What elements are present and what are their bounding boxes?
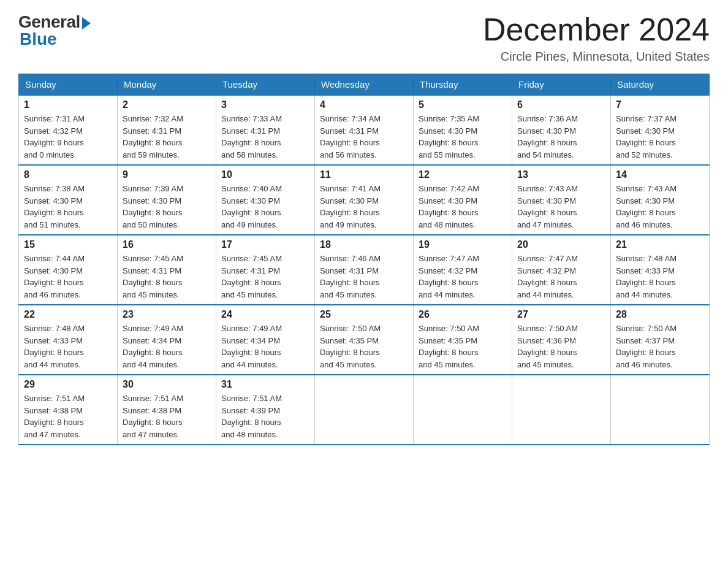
day-info: Sunrise: 7:50 AMSunset: 4:35 PMDaylight:… [320,323,408,370]
calendar-cell: 23Sunrise: 7:49 AMSunset: 4:34 PMDayligh… [118,305,216,375]
day-info: Sunrise: 7:40 AMSunset: 4:30 PMDaylight:… [221,183,309,231]
day-info: Sunrise: 7:33 AMSunset: 4:31 PMDaylight:… [221,113,309,161]
day-number: 19 [419,239,507,250]
day-number: 10 [221,169,309,180]
day-info: Sunrise: 7:51 AMSunset: 4:38 PMDaylight:… [24,393,112,440]
day-number: 16 [123,239,211,250]
day-number: 9 [123,169,211,180]
day-number: 1 [24,99,112,110]
day-number: 14 [616,169,704,180]
day-info: Sunrise: 7:46 AMSunset: 4:31 PMDaylight:… [320,253,408,301]
logo-arrow-icon [82,17,91,29]
day-info: Sunrise: 7:45 AMSunset: 4:31 PMDaylight:… [123,253,211,301]
day-info: Sunrise: 7:39 AMSunset: 4:30 PMDaylight:… [123,183,211,231]
calendar-cell: 14Sunrise: 7:43 AMSunset: 4:30 PMDayligh… [611,165,710,235]
calendar-cell: 28Sunrise: 7:50 AMSunset: 4:37 PMDayligh… [611,305,710,375]
calendar-cell [611,375,710,445]
calendar-cell: 25Sunrise: 7:50 AMSunset: 4:35 PMDayligh… [315,305,414,375]
calendar-week-row: 22Sunrise: 7:48 AMSunset: 4:33 PMDayligh… [19,305,710,375]
calendar-week-row: 8Sunrise: 7:38 AMSunset: 4:30 PMDaylight… [19,165,710,235]
calendar-day-header: Wednesday [315,74,414,96]
calendar-cell: 13Sunrise: 7:43 AMSunset: 4:30 PMDayligh… [512,165,611,235]
logo-blue-text: Blue [20,29,57,49]
day-number: 11 [320,169,408,180]
day-info: Sunrise: 7:35 AMSunset: 4:30 PMDaylight:… [419,113,507,161]
day-number: 15 [24,239,112,250]
calendar-day-header: Sunday [19,74,118,96]
day-number: 29 [24,379,112,390]
calendar-day-header: Thursday [414,74,512,96]
title-block: December 2024 Circle Pines, Minnesota, U… [483,12,710,64]
day-number: 22 [24,309,112,320]
logo: General Blue [18,12,91,49]
day-number: 7 [616,99,704,110]
day-number: 28 [616,309,704,320]
day-number: 12 [419,169,507,180]
calendar-cell: 26Sunrise: 7:50 AMSunset: 4:35 PMDayligh… [414,305,512,375]
day-info: Sunrise: 7:48 AMSunset: 4:33 PMDaylight:… [616,253,704,301]
calendar-cell: 3Sunrise: 7:33 AMSunset: 4:31 PMDaylight… [216,95,315,165]
day-number: 6 [517,99,605,110]
day-info: Sunrise: 7:49 AMSunset: 4:34 PMDaylight:… [221,323,309,370]
calendar-cell: 2Sunrise: 7:32 AMSunset: 4:31 PMDaylight… [118,95,216,165]
day-info: Sunrise: 7:49 AMSunset: 4:34 PMDaylight:… [123,323,211,370]
day-info: Sunrise: 7:41 AMSunset: 4:30 PMDaylight:… [320,183,408,231]
calendar-cell: 16Sunrise: 7:45 AMSunset: 4:31 PMDayligh… [118,235,216,305]
calendar-cell: 15Sunrise: 7:44 AMSunset: 4:30 PMDayligh… [19,235,118,305]
day-number: 21 [616,239,704,250]
calendar-cell: 8Sunrise: 7:38 AMSunset: 4:30 PMDaylight… [19,165,118,235]
day-number: 17 [221,239,309,250]
day-number: 27 [517,309,605,320]
day-number: 4 [320,99,408,110]
day-info: Sunrise: 7:36 AMSunset: 4:30 PMDaylight:… [517,113,605,161]
day-number: 8 [24,169,112,180]
day-number: 26 [419,309,507,320]
calendar-cell: 18Sunrise: 7:46 AMSunset: 4:31 PMDayligh… [315,235,414,305]
calendar-cell: 17Sunrise: 7:45 AMSunset: 4:31 PMDayligh… [216,235,315,305]
day-number: 23 [123,309,211,320]
calendar-cell: 27Sunrise: 7:50 AMSunset: 4:36 PMDayligh… [512,305,611,375]
day-info: Sunrise: 7:51 AMSunset: 4:39 PMDaylight:… [221,393,309,440]
day-info: Sunrise: 7:32 AMSunset: 4:31 PMDaylight:… [123,113,211,161]
calendar-header-row: SundayMondayTuesdayWednesdayThursdayFrid… [19,74,710,96]
calendar-cell: 21Sunrise: 7:48 AMSunset: 4:33 PMDayligh… [611,235,710,305]
calendar-cell: 12Sunrise: 7:42 AMSunset: 4:30 PMDayligh… [414,165,512,235]
calendar-cell: 5Sunrise: 7:35 AMSunset: 4:30 PMDaylight… [414,95,512,165]
calendar-cell: 30Sunrise: 7:51 AMSunset: 4:38 PMDayligh… [118,375,216,445]
day-info: Sunrise: 7:31 AMSunset: 4:32 PMDaylight:… [24,113,112,161]
day-info: Sunrise: 7:44 AMSunset: 4:30 PMDaylight:… [24,253,112,301]
calendar-cell: 7Sunrise: 7:37 AMSunset: 4:30 PMDaylight… [611,95,710,165]
day-number: 24 [221,309,309,320]
calendar-cell: 31Sunrise: 7:51 AMSunset: 4:39 PMDayligh… [216,375,315,445]
day-number: 13 [517,169,605,180]
calendar-cell: 22Sunrise: 7:48 AMSunset: 4:33 PMDayligh… [19,305,118,375]
calendar-cell [315,375,414,445]
calendar-table: SundayMondayTuesdayWednesdayThursdayFrid… [18,74,710,445]
day-info: Sunrise: 7:43 AMSunset: 4:30 PMDaylight:… [517,183,605,231]
day-number: 5 [419,99,507,110]
calendar-cell: 19Sunrise: 7:47 AMSunset: 4:32 PMDayligh… [414,235,512,305]
day-info: Sunrise: 7:37 AMSunset: 4:30 PMDaylight:… [616,113,704,161]
day-info: Sunrise: 7:45 AMSunset: 4:31 PMDaylight:… [221,253,309,301]
calendar-cell: 20Sunrise: 7:47 AMSunset: 4:32 PMDayligh… [512,235,611,305]
page-header: General Blue December 2024 Circle Pines,… [18,12,710,64]
day-info: Sunrise: 7:50 AMSunset: 4:37 PMDaylight:… [616,323,704,370]
day-number: 31 [221,379,309,390]
calendar-day-header: Friday [512,74,611,96]
calendar-cell [414,375,512,445]
calendar-day-header: Saturday [611,74,710,96]
day-number: 3 [221,99,309,110]
day-info: Sunrise: 7:47 AMSunset: 4:32 PMDaylight:… [517,253,605,301]
day-info: Sunrise: 7:47 AMSunset: 4:32 PMDaylight:… [419,253,507,301]
calendar-cell: 4Sunrise: 7:34 AMSunset: 4:31 PMDaylight… [315,95,414,165]
day-info: Sunrise: 7:43 AMSunset: 4:30 PMDaylight:… [616,183,704,231]
day-number: 25 [320,309,408,320]
location-title: Circle Pines, Minnesota, United States [483,50,710,64]
calendar-cell [512,375,611,445]
calendar-week-row: 15Sunrise: 7:44 AMSunset: 4:30 PMDayligh… [19,235,710,305]
calendar-cell: 1Sunrise: 7:31 AMSunset: 4:32 PMDaylight… [19,95,118,165]
calendar-day-header: Monday [118,74,216,96]
day-info: Sunrise: 7:50 AMSunset: 4:35 PMDaylight:… [419,323,507,370]
calendar-day-header: Tuesday [216,74,315,96]
day-number: 30 [123,379,211,390]
